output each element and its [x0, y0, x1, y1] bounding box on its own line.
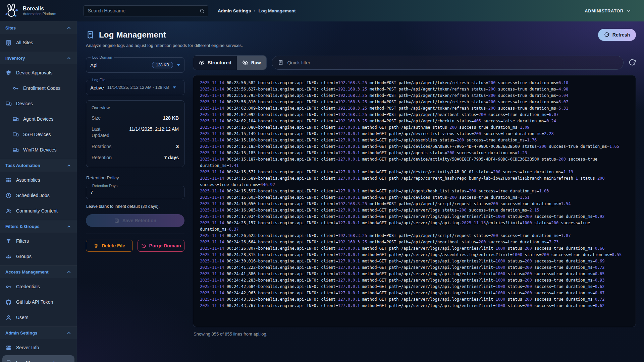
log-line: 2025-11-14 00:23:56,810-borealis.engine.…	[200, 99, 629, 105]
sidebar-section-label: Inventory	[5, 56, 25, 61]
log-line: 2025-11-14 00:24:15,589-borealis.engine.…	[200, 175, 629, 188]
sidebar-section-header[interactable]: Admin Settings	[0, 327, 77, 339]
divider	[86, 234, 184, 234]
log-line: 2025-11-14 00:24:16,650-borealis.engine.…	[200, 201, 629, 207]
sidebar-item-icon	[12, 147, 19, 153]
sidebar-section-label: Filters & Groups	[5, 224, 40, 229]
log-line: 2025-11-14 00:24:15,187-borealis.engine.…	[200, 156, 629, 169]
log-domain-size-badge: 128 KB	[152, 62, 173, 68]
sidebar-item-icon	[5, 360, 12, 362]
quick-filter-field	[272, 56, 624, 70]
log-line: 2025-11-14 00:24:15,180-borealis.engine.…	[200, 137, 629, 143]
sidebar-item[interactable]: Assemblies	[0, 172, 77, 188]
sidebar-item-label: Enrollment Codes	[23, 85, 60, 91]
sidebar-item[interactable]: Credentials	[0, 279, 77, 294]
log-line: 2025-11-14 00:24:41,886-borealis.engine.…	[200, 271, 629, 277]
sidebar-section-header[interactable]: Sites	[0, 22, 77, 34]
sidebar-item[interactable]: Log Management	[2, 355, 74, 362]
log-line: 2025-11-14 00:24:42,684-borealis.engine.…	[200, 284, 629, 290]
page-title: Log Management	[99, 30, 166, 40]
sidebar-item-label: Credentials	[16, 284, 40, 289]
sidebar-item[interactable]: Server Info	[0, 340, 77, 355]
purge-domain-label: Purge Domain	[149, 243, 181, 248]
trash-icon	[94, 243, 99, 248]
log-count-status: Showing 855 of 855 lines from api.log.	[194, 331, 636, 337]
sidebar-section: Filters & Groups Filters Groups	[0, 220, 77, 265]
sidebar-section-header[interactable]: Access Management	[0, 266, 77, 278]
log-line: 2025-11-14 00:23:56,582-borealis.engine.…	[200, 80, 629, 86]
log-domain-select[interactable]: Log Domain Api 128 KB	[86, 55, 184, 73]
breadcrumb-log-management[interactable]: Log Management	[259, 8, 296, 13]
overview-row: Last Updated 11/14/2025, 2:12:12 AM	[92, 126, 179, 139]
sidebar-item[interactable]: Agent Devices	[0, 111, 77, 127]
sidebar-item-icon	[5, 345, 12, 351]
sidebar-item[interactable]: All Sites	[0, 35, 77, 50]
breadcrumb-separator: ›	[254, 8, 256, 13]
sidebar-item-label: WinRM Devices	[23, 147, 57, 153]
sidebar-item[interactable]: Device Approvals	[0, 65, 77, 80]
brand-tagline: Automation Platform	[23, 12, 56, 16]
sidebar-item-label: Assemblies	[16, 177, 40, 183]
log-line: 2025-11-14 00:24:15,571-borealis.engine.…	[200, 169, 629, 175]
quick-filter-input[interactable]	[287, 60, 618, 65]
retention-days-input[interactable]	[90, 189, 180, 195]
log-line: 2025-11-14 00:24:30,016-borealis.engine.…	[200, 258, 629, 264]
save-icon	[114, 218, 119, 223]
raw-mode-button[interactable]: Raw	[237, 56, 266, 70]
retention-days-field: Retention Days	[86, 184, 184, 199]
delete-file-button[interactable]: Delete File	[86, 240, 133, 252]
sidebar-item-icon	[5, 177, 12, 183]
sidebar-item-label: Device Approvals	[16, 70, 52, 75]
sidebar-item[interactable]: WinRM Devices	[0, 142, 77, 158]
sidebar-item-label: GitHub API Token	[16, 299, 53, 305]
sidebar-section: Sites All Sites	[0, 21, 77, 52]
sidebar: Sites All Sites Inventory	[0, 21, 77, 362]
history-icon	[141, 243, 146, 248]
refresh-button[interactable]: Refresh	[598, 29, 636, 41]
chevron-up-icon	[66, 163, 71, 168]
overview-row: Rotations 3	[92, 143, 179, 150]
sidebar-item-label: Agent Devices	[23, 116, 53, 122]
search-input[interactable]	[84, 5, 208, 16]
sidebar-item-label: Server Info	[16, 345, 39, 350]
eye-off-icon	[242, 60, 248, 66]
sidebar-section-header[interactable]: Task Automation	[0, 159, 77, 172]
breadcrumb: Admin Settings › Log Management	[218, 8, 296, 13]
log-domain-value: Api	[90, 62, 98, 68]
sidebar-item[interactable]: Devices	[0, 96, 77, 111]
sidebar-section-label: Task Automation	[5, 163, 40, 168]
sidebar-section-label: Admin Settings	[5, 330, 37, 336]
user-menu[interactable]: ADMINISTRATOR	[585, 8, 631, 13]
log-viewer[interactable]: 2025-11-14 00:23:56,582-borealis.engine.…	[193, 75, 636, 327]
sidebar-section-header[interactable]: Filters & Groups	[0, 220, 77, 233]
log-controls-panel: Log Domain Api 128 KB Log File Active 11…	[86, 55, 184, 252]
log-line: 2025-11-14 00:24:26,623-borealis.engine.…	[200, 233, 629, 239]
page-subtitle: Analyze engine logs and adjust log reten…	[86, 43, 636, 48]
purge-domain-button[interactable]: Purge Domain	[138, 240, 184, 252]
breadcrumb-admin-settings[interactable]: Admin Settings	[218, 8, 251, 13]
log-line: 2025-11-14 00:24:17,034-borealis.engine.…	[200, 214, 629, 220]
sidebar-item-label: SSH Devices	[23, 132, 51, 137]
sidebar-item-icon	[5, 192, 12, 199]
sidebar-item-label: Users	[16, 315, 29, 320]
sidebar-item[interactable]: Groups	[0, 249, 77, 264]
sidebar-section-header[interactable]: Inventory	[0, 52, 77, 64]
sidebar-item[interactable]: GitHub API Token	[0, 294, 77, 310]
sidebar-item[interactable]: Community Content	[0, 203, 77, 219]
log-file-meta: 11/14/2025, 2:12:12 AM · 128 KB	[107, 85, 169, 90]
sidebar-item-icon	[5, 208, 12, 214]
hostname-search	[84, 5, 208, 16]
save-retention-button[interactable]: Save Retention	[86, 214, 184, 227]
sidebar-item[interactable]: Users	[0, 310, 77, 325]
reload-logs-icon[interactable]	[629, 59, 636, 66]
sidebar-item[interactable]: SSH Devices	[0, 127, 77, 142]
sidebar-item[interactable]: Scheduled Jobs	[0, 188, 77, 203]
chevron-up-icon	[66, 56, 71, 61]
log-line: 2025-11-14 00:23:56,627-borealis.engine.…	[200, 86, 629, 93]
structured-mode-button[interactable]: Structured	[193, 56, 237, 70]
log-file-value: Active	[90, 85, 104, 90]
sidebar-item[interactable]: Enrollment Codes	[0, 80, 77, 96]
log-file-select[interactable]: Log File Active 11/14/2025, 2:12:12 AM ·…	[86, 78, 184, 95]
sidebar-item[interactable]: Filters	[0, 233, 77, 249]
overview-row-label: Last Updated	[92, 126, 117, 139]
